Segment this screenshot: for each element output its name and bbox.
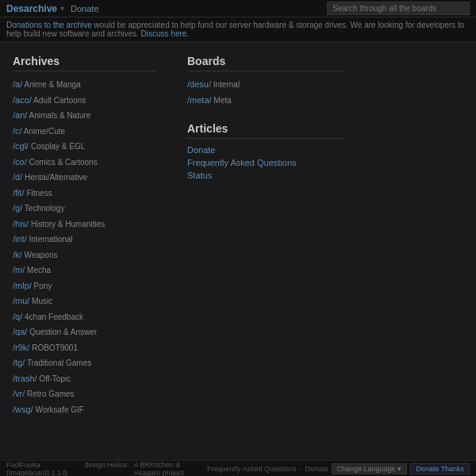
- board-code-link[interactable]: /an/: [13, 110, 27, 120]
- main-content: Archives /a/ Anime & Manga/aco/ Adult Ca…: [0, 42, 476, 431]
- board-code-link[interactable]: /d/: [13, 172, 22, 182]
- archive-board-item: /his/ History & Humanities: [13, 217, 155, 231]
- archive-board-item: /co/ Comics & Cartoons: [13, 155, 155, 169]
- archive-board-item: /mlp/ Pony: [13, 279, 155, 293]
- archive-board-item: /a/ Anime & Manga: [13, 78, 155, 91]
- board-code-link[interactable]: /vr/: [13, 389, 25, 398]
- board-name: Off-Topic: [37, 374, 71, 383]
- board-name: Cosplay & EGL: [29, 142, 85, 151]
- archive-board-item: /k/ Weapons: [13, 248, 155, 262]
- header: Desarchive ▾ Donate: [0, 0, 476, 17]
- board-name: Music: [29, 297, 52, 305]
- board-code-link[interactable]: /fit/: [13, 188, 25, 198]
- archives-title: Archives: [13, 55, 155, 71]
- board-name: Worksafe GIF: [33, 405, 84, 414]
- board-name: Comics & Cartoons: [27, 158, 98, 167]
- board-code-link[interactable]: /q/: [13, 312, 22, 321]
- archive-board-item: /aco/ Adult Cartoons: [13, 94, 155, 107]
- article-item: Status: [187, 171, 346, 180]
- board-name: Internal: [211, 80, 240, 89]
- boards-title: Boards: [187, 55, 346, 71]
- board-name: Pony: [32, 282, 52, 290]
- footer-project-post: project: [160, 469, 184, 477]
- right-column: Boards /desu/ Internal/meta/ Meta Articl…: [187, 55, 346, 418]
- boards-list: /desu/ Internal/meta/ Meta: [187, 78, 346, 106]
- board-item: /meta/ Meta: [187, 94, 346, 107]
- board-code-link[interactable]: /g/: [13, 203, 22, 213]
- board-code-link[interactable]: /wsg/: [13, 405, 33, 414]
- board-code-link[interactable]: /mlp/: [13, 281, 32, 290]
- archive-board-item: /qa/ Question & Answer: [13, 325, 155, 339]
- board-name: International: [27, 235, 73, 244]
- dropdown-arrow-icon[interactable]: ▾: [60, 4, 64, 13]
- board-name: ROBOT9001: [29, 344, 78, 352]
- articles-list: DonateFrequently Asked QuestionsStatus: [187, 145, 346, 180]
- board-code-link[interactable]: /co/: [13, 157, 27, 167]
- archive-board-item: /q/ 4chan Feedback: [13, 310, 155, 324]
- board-code-link[interactable]: /m/: [13, 265, 25, 274]
- discuss-link[interactable]: Discuss here.: [141, 29, 190, 38]
- article-link[interactable]: Status: [187, 171, 212, 180]
- board-name: Weapons: [22, 251, 58, 259]
- board-name: Animals & Nature: [27, 111, 90, 120]
- board-code-link[interactable]: /r9k/: [13, 343, 29, 352]
- board-code-link[interactable]: /qa/: [13, 327, 27, 336]
- archive-board-item: /c/ Anime/Cute: [13, 125, 155, 138]
- archive-board-item: /vr/ Retro Games: [13, 387, 155, 401]
- board-code-link[interactable]: /his/: [13, 219, 29, 228]
- article-item: Donate: [187, 145, 346, 155]
- footer-faq-link[interactable]: Frequently Asked Questions: [207, 465, 297, 473]
- search-input[interactable]: [327, 2, 470, 15]
- article-link[interactable]: Donate: [187, 145, 215, 155]
- board-code-link[interactable]: /desu/: [187, 79, 211, 89]
- site-logo[interactable]: Desarchive: [6, 3, 57, 14]
- board-code-link[interactable]: /c/: [13, 126, 22, 136]
- board-name: Mecha: [25, 266, 51, 274]
- board-name: Hentai/Alternative: [22, 173, 87, 182]
- board-code-link[interactable]: /cgl/: [13, 141, 29, 151]
- archive-board-item: /tg/ Traditional Games: [13, 356, 155, 370]
- footer-software: FoolFuuka (Imageboard) 2.1.0: [6, 461, 79, 477]
- boards-section: Boards /desu/ Internal/meta/ Meta: [187, 55, 346, 106]
- archive-board-item: /trash/ Off-Topic: [13, 372, 155, 386]
- board-code-link[interactable]: /trash/: [13, 374, 37, 383]
- archive-board-item: /m/ Mecha: [13, 263, 155, 277]
- archive-board-item: /an/ Animals & Nature: [13, 109, 155, 122]
- footer-donate-link[interactable]: Donate: [305, 465, 328, 473]
- footer-project: A BRKitchen & Asagaru project: [134, 461, 207, 477]
- board-code-link[interactable]: /meta/: [187, 95, 212, 105]
- archives-column: Archives /a/ Anime & Manga/aco/ Adult Ca…: [13, 55, 155, 418]
- board-code-link[interactable]: /int/: [13, 234, 27, 244]
- archive-board-item: /wsg/ Worksafe GIF: [13, 403, 155, 416]
- footer-project-pre: A: [134, 461, 140, 469]
- board-code-link[interactable]: /mu/: [13, 296, 29, 305]
- archive-board-item: /g/ Technology: [13, 202, 155, 215]
- donation-link[interactable]: Donations to the archive: [6, 21, 92, 29]
- board-name: Meta: [212, 96, 232, 105]
- banner: Donations to the archive would be apprec…: [0, 17, 476, 42]
- footer-left: FoolFuuka (Imageboard) 2.1.0 design:Heli…: [6, 461, 207, 477]
- board-name: 4chan Feedback: [22, 313, 83, 321]
- board-code-link[interactable]: /aco/: [13, 95, 32, 105]
- articles-section: Articles DonateFrequently Asked Question…: [187, 122, 346, 180]
- articles-title: Articles: [187, 122, 346, 139]
- archive-board-item: /cgl/ Cosplay & EGL: [13, 140, 155, 153]
- board-item: /desu/ Internal: [187, 78, 346, 91]
- board-code-link[interactable]: /a/: [13, 79, 22, 89]
- board-name: Retro Games: [25, 390, 74, 398]
- header-donate-link[interactable]: Donate: [71, 4, 98, 13]
- archive-board-item: /r9k/ ROBOT9001: [13, 341, 155, 355]
- board-code-link[interactable]: /k/: [13, 250, 22, 259]
- board-name: Question & Answer: [27, 328, 97, 336]
- article-link[interactable]: Frequently Asked Questions: [187, 158, 297, 167]
- footer: FoolFuuka (Imageboard) 2.1.0 design:Heli…: [0, 460, 476, 476]
- footer-right: Frequently Asked Questions - Donate Chan…: [207, 463, 470, 474]
- board-name: Technology: [22, 204, 64, 213]
- board-name: Anime/Cute: [22, 127, 65, 136]
- donate-button[interactable]: Donate Thanks: [410, 463, 470, 474]
- footer-sep: -: [300, 465, 302, 473]
- board-name: Fitness: [25, 189, 52, 198]
- language-button[interactable]: Change Language ▾: [332, 463, 408, 474]
- board-code-link[interactable]: /tg/: [13, 358, 25, 367]
- board-name: Anime & Manga: [22, 80, 80, 89]
